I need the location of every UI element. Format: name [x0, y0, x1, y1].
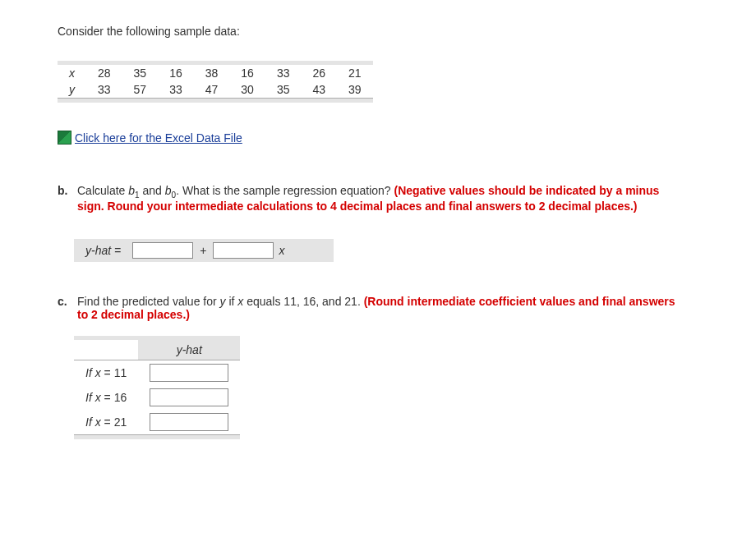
x-variable: x	[274, 244, 284, 257]
cell: 33	[86, 81, 122, 99]
cell: 35	[265, 81, 302, 99]
b1-input[interactable]	[213, 242, 274, 259]
marker-c: c.	[58, 295, 71, 321]
cell: 30	[229, 81, 265, 99]
question-c-text: Find the predicted value for y if x equa…	[77, 295, 684, 321]
yhat-input-11[interactable]	[150, 364, 228, 382]
cell: 35	[122, 65, 159, 81]
table-row: y 33 57 33 47 30 35 43 39	[58, 81, 373, 99]
cell: 16	[158, 65, 194, 81]
yhat-label: y-hat =	[74, 239, 132, 262]
table-row: x 28 35 16 38 16 33 26 21	[58, 65, 373, 81]
pred-row-label: If x = 16	[74, 385, 138, 410]
cell: 28	[86, 65, 122, 81]
marker-b: b.	[58, 184, 71, 213]
cell: 33	[265, 65, 302, 81]
x-label: x	[58, 65, 86, 81]
question-c: c. Find the predicted value for y if x e…	[58, 295, 684, 321]
yhat-input-16[interactable]	[150, 388, 228, 406]
cell: 33	[158, 81, 194, 99]
table-row: If x = 11	[74, 360, 240, 385]
cell: 39	[337, 81, 373, 99]
sample-data-table: x 28 35 16 38 16 33 26 21 y 33 57 33 47 …	[58, 61, 373, 103]
cell: 21	[337, 65, 373, 81]
table-row: If x = 16	[74, 385, 240, 410]
table-row: If x = 21	[74, 410, 240, 435]
question-b-text: Calculate b1 and b0. What is the sample …	[77, 184, 684, 213]
cell: 26	[301, 65, 337, 81]
cell: 47	[194, 81, 230, 99]
y-label: y	[58, 81, 86, 99]
cell: 57	[122, 81, 159, 99]
pred-row-label: If x = 11	[74, 360, 138, 385]
yhat-header: y-hat	[138, 340, 240, 360]
cell: 43	[301, 81, 337, 99]
excel-data-link[interactable]: Click here for the Excel Data File	[58, 131, 242, 145]
plus-sign: +	[193, 244, 213, 257]
regression-equation: y-hat = + x	[74, 239, 334, 262]
prediction-table: y-hat If x = 11 If x = 16 If x = 21	[74, 336, 240, 439]
intro-text: Consider the following sample data:	[58, 25, 684, 38]
excel-icon	[58, 131, 71, 145]
b0-input[interactable]	[132, 242, 193, 259]
cell: 38	[194, 65, 230, 81]
cell: 16	[229, 65, 265, 81]
yhat-input-21[interactable]	[150, 413, 228, 431]
question-b: b. Calculate b1 and b0. What is the samp…	[58, 184, 684, 213]
excel-link-text: Click here for the Excel Data File	[75, 131, 242, 145]
pred-row-label: If x = 21	[74, 410, 138, 435]
